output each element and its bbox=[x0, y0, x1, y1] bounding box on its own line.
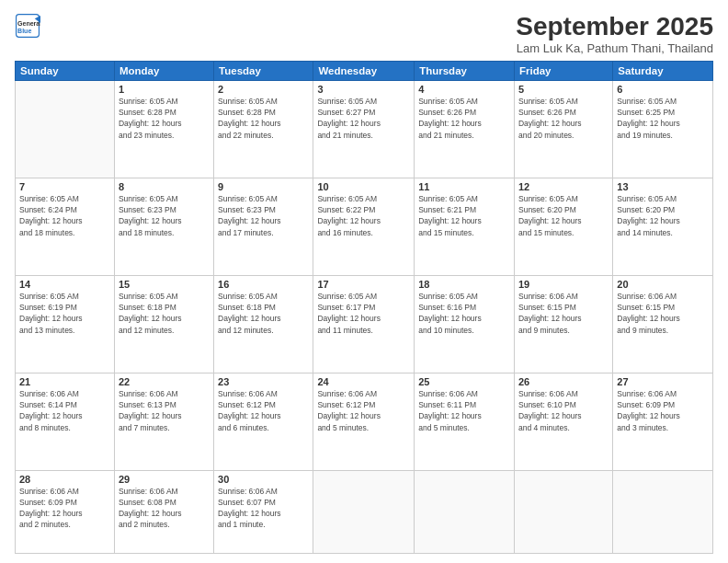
day-number: 26 bbox=[518, 376, 609, 387]
day-info: Sunrise: 6:06 AM Sunset: 6:12 PM Dayligh… bbox=[317, 388, 410, 433]
day-info: Sunrise: 6:05 AM Sunset: 6:21 PM Dayligh… bbox=[418, 193, 510, 238]
day-number: 6 bbox=[617, 84, 709, 95]
calendar-cell: 26Sunrise: 6:06 AM Sunset: 6:10 PM Dayli… bbox=[514, 373, 612, 470]
day-info: Sunrise: 6:05 AM Sunset: 6:26 PM Dayligh… bbox=[518, 96, 609, 141]
day-info: Sunrise: 6:05 AM Sunset: 6:22 PM Dayligh… bbox=[317, 193, 410, 238]
calendar-cell bbox=[415, 470, 515, 553]
day-number: 28 bbox=[19, 474, 110, 485]
calendar-cell: 6Sunrise: 6:05 AM Sunset: 6:25 PM Daylig… bbox=[613, 80, 713, 178]
week-row-2: 14Sunrise: 6:05 AM Sunset: 6:19 PM Dayli… bbox=[16, 275, 713, 373]
logo-icon: General Blue bbox=[15, 13, 40, 39]
weekday-header-tuesday: Tuesday bbox=[214, 61, 313, 80]
calendar-cell: 17Sunrise: 6:05 AM Sunset: 6:17 PM Dayli… bbox=[313, 275, 415, 373]
day-number: 1 bbox=[119, 84, 210, 95]
day-number: 30 bbox=[218, 474, 309, 485]
day-info: Sunrise: 6:06 AM Sunset: 6:07 PM Dayligh… bbox=[218, 486, 309, 531]
day-number: 25 bbox=[418, 376, 510, 387]
week-row-4: 28Sunrise: 6:06 AM Sunset: 6:09 PM Dayli… bbox=[16, 470, 713, 553]
calendar-cell: 11Sunrise: 6:05 AM Sunset: 6:21 PM Dayli… bbox=[415, 178, 515, 275]
calendar-cell: 9Sunrise: 6:05 AM Sunset: 6:23 PM Daylig… bbox=[214, 178, 313, 275]
day-info: Sunrise: 6:06 AM Sunset: 6:08 PM Dayligh… bbox=[119, 486, 210, 531]
location: Lam Luk Ka, Pathum Thani, Thailand bbox=[516, 41, 713, 55]
day-number: 14 bbox=[19, 279, 110, 290]
day-info: Sunrise: 6:06 AM Sunset: 6:15 PM Dayligh… bbox=[617, 291, 709, 336]
day-number: 18 bbox=[418, 279, 510, 290]
svg-text:Blue: Blue bbox=[17, 28, 31, 34]
calendar-cell: 18Sunrise: 6:05 AM Sunset: 6:16 PM Dayli… bbox=[415, 275, 515, 373]
day-number: 4 bbox=[418, 84, 510, 95]
day-info: Sunrise: 6:06 AM Sunset: 6:09 PM Dayligh… bbox=[19, 486, 110, 531]
weekday-header-row: SundayMondayTuesdayWednesdayThursdayFrid… bbox=[16, 61, 713, 80]
day-number: 10 bbox=[317, 181, 410, 192]
calendar-cell: 15Sunrise: 6:05 AM Sunset: 6:18 PM Dayli… bbox=[114, 275, 213, 373]
calendar-cell: 24Sunrise: 6:06 AM Sunset: 6:12 PM Dayli… bbox=[313, 373, 415, 470]
calendar-cell: 7Sunrise: 6:05 AM Sunset: 6:24 PM Daylig… bbox=[16, 178, 115, 275]
calendar-cell: 30Sunrise: 6:06 AM Sunset: 6:07 PM Dayli… bbox=[214, 470, 313, 553]
calendar-cell: 2Sunrise: 6:05 AM Sunset: 6:28 PM Daylig… bbox=[214, 80, 313, 178]
day-info: Sunrise: 6:06 AM Sunset: 6:14 PM Dayligh… bbox=[19, 388, 110, 433]
day-info: Sunrise: 6:05 AM Sunset: 6:23 PM Dayligh… bbox=[218, 193, 309, 238]
day-number: 21 bbox=[19, 376, 110, 387]
day-info: Sunrise: 6:05 AM Sunset: 6:28 PM Dayligh… bbox=[218, 96, 309, 141]
calendar-cell: 22Sunrise: 6:06 AM Sunset: 6:13 PM Dayli… bbox=[114, 373, 213, 470]
day-number: 23 bbox=[218, 376, 309, 387]
day-number: 12 bbox=[518, 181, 609, 192]
calendar-cell: 27Sunrise: 6:06 AM Sunset: 6:09 PM Dayli… bbox=[613, 373, 713, 470]
day-number: 22 bbox=[119, 376, 210, 387]
day-number: 20 bbox=[617, 279, 709, 290]
day-number: 16 bbox=[218, 279, 309, 290]
calendar-cell: 16Sunrise: 6:05 AM Sunset: 6:18 PM Dayli… bbox=[214, 275, 313, 373]
day-info: Sunrise: 6:05 AM Sunset: 6:23 PM Dayligh… bbox=[119, 193, 210, 238]
calendar-cell: 10Sunrise: 6:05 AM Sunset: 6:22 PM Dayli… bbox=[313, 178, 415, 275]
calendar-cell: 29Sunrise: 6:06 AM Sunset: 6:08 PM Dayli… bbox=[114, 470, 213, 553]
calendar-cell bbox=[613, 470, 713, 553]
weekday-header-sunday: Sunday bbox=[16, 61, 115, 80]
weekday-header-friday: Friday bbox=[514, 61, 612, 80]
day-info: Sunrise: 6:05 AM Sunset: 6:26 PM Dayligh… bbox=[418, 96, 510, 141]
calendar-table: SundayMondayTuesdayWednesdayThursdayFrid… bbox=[15, 61, 713, 554]
calendar-cell: 25Sunrise: 6:06 AM Sunset: 6:11 PM Dayli… bbox=[415, 373, 515, 470]
calendar-cell: 12Sunrise: 6:05 AM Sunset: 6:20 PM Dayli… bbox=[514, 178, 612, 275]
day-info: Sunrise: 6:05 AM Sunset: 6:17 PM Dayligh… bbox=[317, 291, 410, 336]
day-number: 9 bbox=[218, 181, 309, 192]
calendar-cell bbox=[16, 80, 115, 178]
day-info: Sunrise: 6:06 AM Sunset: 6:15 PM Dayligh… bbox=[518, 291, 609, 336]
calendar-cell: 21Sunrise: 6:06 AM Sunset: 6:14 PM Dayli… bbox=[16, 373, 115, 470]
weekday-header-thursday: Thursday bbox=[415, 61, 515, 80]
calendar-cell: 5Sunrise: 6:05 AM Sunset: 6:26 PM Daylig… bbox=[514, 80, 612, 178]
day-info: Sunrise: 6:05 AM Sunset: 6:16 PM Dayligh… bbox=[418, 291, 510, 336]
svg-text:General: General bbox=[17, 20, 40, 27]
day-number: 24 bbox=[317, 376, 410, 387]
day-number: 17 bbox=[317, 279, 410, 290]
month-title: September 2025 bbox=[516, 13, 713, 41]
calendar-cell: 19Sunrise: 6:06 AM Sunset: 6:15 PM Dayli… bbox=[514, 275, 612, 373]
calendar-cell bbox=[514, 470, 612, 553]
calendar-cell: 1Sunrise: 6:05 AM Sunset: 6:28 PM Daylig… bbox=[114, 80, 213, 178]
day-info: Sunrise: 6:05 AM Sunset: 6:28 PM Dayligh… bbox=[119, 96, 210, 141]
calendar-cell: 13Sunrise: 6:05 AM Sunset: 6:20 PM Dayli… bbox=[613, 178, 713, 275]
header: General Blue September 2025 Lam Luk Ka, … bbox=[15, 13, 713, 55]
calendar-cell: 8Sunrise: 6:05 AM Sunset: 6:23 PM Daylig… bbox=[114, 178, 213, 275]
weekday-header-wednesday: Wednesday bbox=[313, 61, 415, 80]
day-info: Sunrise: 6:05 AM Sunset: 6:24 PM Dayligh… bbox=[19, 193, 110, 238]
day-info: Sunrise: 6:06 AM Sunset: 6:09 PM Dayligh… bbox=[617, 388, 709, 433]
day-info: Sunrise: 6:05 AM Sunset: 6:20 PM Dayligh… bbox=[617, 193, 709, 238]
day-info: Sunrise: 6:05 AM Sunset: 6:18 PM Dayligh… bbox=[119, 291, 210, 336]
calendar-cell bbox=[313, 470, 415, 553]
weekday-header-monday: Monday bbox=[114, 61, 213, 80]
calendar-cell: 28Sunrise: 6:06 AM Sunset: 6:09 PM Dayli… bbox=[16, 470, 115, 553]
day-info: Sunrise: 6:05 AM Sunset: 6:20 PM Dayligh… bbox=[518, 193, 609, 238]
day-info: Sunrise: 6:05 AM Sunset: 6:25 PM Dayligh… bbox=[617, 96, 709, 141]
week-row-1: 7Sunrise: 6:05 AM Sunset: 6:24 PM Daylig… bbox=[16, 178, 713, 275]
day-number: 5 bbox=[518, 84, 609, 95]
day-info: Sunrise: 6:05 AM Sunset: 6:19 PM Dayligh… bbox=[19, 291, 110, 336]
day-info: Sunrise: 6:05 AM Sunset: 6:27 PM Dayligh… bbox=[317, 96, 410, 141]
calendar-cell: 23Sunrise: 6:06 AM Sunset: 6:12 PM Dayli… bbox=[214, 373, 313, 470]
day-number: 29 bbox=[119, 474, 210, 485]
day-info: Sunrise: 6:06 AM Sunset: 6:13 PM Dayligh… bbox=[119, 388, 210, 433]
calendar-cell: 3Sunrise: 6:05 AM Sunset: 6:27 PM Daylig… bbox=[313, 80, 415, 178]
day-number: 7 bbox=[19, 181, 110, 192]
day-number: 8 bbox=[119, 181, 210, 192]
calendar-cell: 14Sunrise: 6:05 AM Sunset: 6:19 PM Dayli… bbox=[16, 275, 115, 373]
calendar-cell: 20Sunrise: 6:06 AM Sunset: 6:15 PM Dayli… bbox=[613, 275, 713, 373]
